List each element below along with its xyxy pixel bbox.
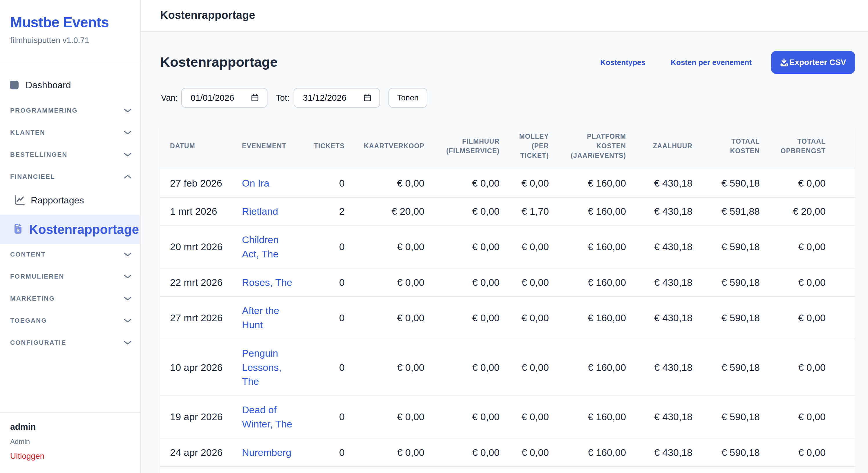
svg-text:$: $ [17,228,20,233]
